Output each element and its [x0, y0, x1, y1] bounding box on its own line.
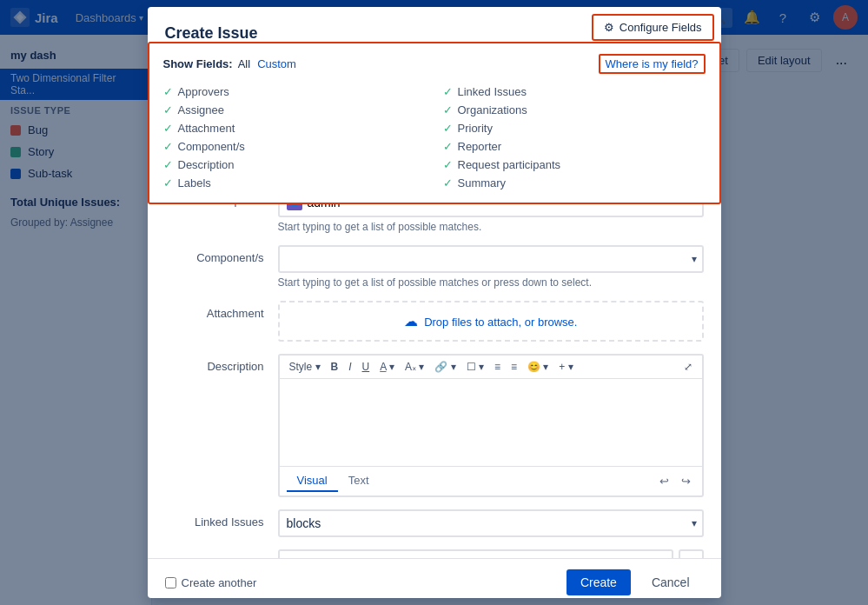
field-components[interactable]: ✓Component/s — [163, 137, 426, 156]
show-custom-option[interactable]: Custom — [257, 57, 296, 70]
undo-button[interactable]: ↩ — [655, 473, 673, 489]
components-select-wrapper: ▾ — [278, 245, 704, 273]
upload-cloud-icon: ☁ — [404, 314, 418, 329]
bullet-list-button[interactable]: ≡ — [490, 359, 505, 375]
insert-button[interactable]: ☐ ▾ — [462, 359, 488, 375]
check-icon: ✓ — [443, 122, 453, 135]
editor-tabs: Visual Text — [287, 470, 380, 492]
linked-issues-field: blocks ▾ — [278, 509, 704, 537]
ordered-list-button[interactable]: ≡ — [507, 359, 521, 375]
cancel-button[interactable]: Cancel — [638, 569, 704, 595]
linked-issues-label: Linked Issues — [165, 509, 278, 529]
create-another-label[interactable]: Create another — [165, 576, 257, 589]
field-organizations[interactable]: ✓Organizations — [443, 101, 706, 119]
field-request-participants[interactable]: ✓Request participants — [443, 156, 706, 174]
configure-fields-button[interactable]: ⚙ Configure Fields — [592, 14, 714, 41]
modal-header-area: Create Issue ⚙ Configure Fields Show Fie… — [148, 7, 721, 54]
create-another-checkbox[interactable] — [165, 577, 176, 588]
show-fields-options: All Custom — [238, 57, 296, 70]
bold-button[interactable]: B — [327, 359, 343, 375]
components-row: Component/s ▾ Start typing to get a list… — [165, 245, 704, 289]
config-dropdown-header: Show Fields: All Custom Where is my fiel… — [163, 54, 706, 74]
redo-button[interactable]: ↪ — [677, 473, 695, 489]
reporter-hint: Start typing to get a list of possible m… — [278, 221, 704, 233]
check-icon: ✓ — [443, 103, 453, 116]
create-issue-modal: Create Issue ⚙ Configure Fields Show Fie… — [148, 7, 721, 598]
description-label: Description — [165, 354, 278, 373]
where-is-my-field-link[interactable]: Where is my field? — [599, 54, 706, 74]
field-approvers[interactable]: ✓Approvers — [163, 83, 426, 101]
attachment-dropzone[interactable]: ☁ Drop files to attach, or browse. — [278, 301, 704, 342]
description-row: Description Style ▾ B I U A ▾ Aₓ ▾ 🔗 ▾ ☐… — [165, 354, 704, 497]
field-priority[interactable]: ✓Priority — [443, 119, 706, 137]
configure-fields-label: Configure Fields — [620, 21, 702, 34]
field-summary[interactable]: ✓Summary — [443, 174, 706, 192]
components-hint: Start typing to get a list of possible m… — [278, 276, 704, 289]
field-assignee[interactable]: ✓Assignee — [163, 101, 426, 119]
issue-input-row: ▾ + — [278, 549, 704, 558]
attachment-field: ☁ Drop files to attach, or browse. — [278, 301, 704, 342]
modal-footer: Create another Create Cancel — [148, 558, 721, 598]
more-button[interactable]: + ▾ — [554, 359, 577, 375]
attachment-label: Attachment — [165, 301, 278, 320]
configure-fields-dropdown: Show Fields: All Custom Where is my fiel… — [148, 42, 721, 204]
gear-icon: ⚙ — [604, 21, 614, 34]
issue-label: Issue — [165, 549, 278, 558]
check-icon: ✓ — [163, 176, 173, 189]
description-editor: Style ▾ B I U A ▾ Aₓ ▾ 🔗 ▾ ☐ ▾ ≡ ≡ 😊 ▾ +… — [278, 354, 704, 497]
field-reporter[interactable]: ✓Reporter — [443, 137, 706, 156]
field-labels[interactable]: ✓Labels — [163, 174, 426, 192]
check-icon: ✓ — [443, 176, 453, 189]
fields-right-column: ✓Linked Issues ✓Organizations ✓Priority … — [443, 83, 706, 192]
modal-overlay[interactable]: Create Issue ⚙ Configure Fields Show Fie… — [0, 0, 868, 605]
check-icon: ✓ — [163, 85, 173, 98]
expand-button[interactable]: ⤢ — [679, 359, 697, 375]
show-fields-label: Show Fields: — [163, 57, 233, 70]
field-description[interactable]: ✓Description — [163, 156, 426, 174]
components-select[interactable] — [278, 245, 704, 273]
check-icon: ✓ — [443, 140, 453, 153]
linked-type-select[interactable]: blocks — [278, 509, 704, 537]
underline-button[interactable]: U — [358, 359, 374, 375]
italic-button[interactable]: I — [344, 359, 355, 375]
show-all-option[interactable]: All — [238, 57, 250, 70]
issue-select[interactable] — [278, 549, 674, 558]
attachment-text: Drop files to attach, or — [424, 316, 534, 329]
create-button[interactable]: Create — [567, 569, 631, 595]
linked-issues-row: Linked Issues blocks ▾ — [165, 509, 704, 537]
check-icon: ✓ — [163, 158, 173, 171]
check-icon: ✓ — [443, 158, 453, 171]
issue-select-wrapper: ▾ — [278, 549, 674, 558]
tab-text[interactable]: Text — [338, 470, 380, 492]
linked-type-wrapper: blocks ▾ — [278, 509, 704, 537]
issue-field: ▾ + — [278, 549, 704, 558]
link-button[interactable]: 🔗 ▾ — [430, 359, 460, 375]
editor-footer: Visual Text ↩ ↪ — [280, 466, 702, 495]
tab-visual[interactable]: Visual — [287, 470, 338, 492]
add-issue-button[interactable]: + — [679, 549, 703, 558]
text-color-button[interactable]: A ▾ — [375, 359, 399, 375]
components-field: ▾ Start typing to get a list of possible… — [278, 245, 704, 289]
editor-toolbar: Style ▾ B I U A ▾ Aₓ ▾ 🔗 ▾ ☐ ▾ ≡ ≡ 😊 ▾ +… — [280, 356, 702, 379]
issue-row: Issue ▾ + — [165, 549, 704, 558]
undo-redo-group: ↩ ↪ — [655, 473, 695, 489]
check-icon: ✓ — [163, 140, 173, 153]
text-format-button[interactable]: Aₓ ▾ — [401, 359, 428, 375]
field-linked-issues[interactable]: ✓Linked Issues — [443, 83, 706, 101]
check-icon: ✓ — [163, 103, 173, 116]
fields-grid: ✓Approvers ✓Assignee ✓Attachment ✓Compon… — [163, 83, 706, 192]
show-fields-row: Show Fields: All Custom — [163, 57, 296, 70]
components-label: Component/s — [165, 245, 278, 264]
emoji-button[interactable]: 😊 ▾ — [523, 359, 553, 375]
attachment-row: Attachment ☁ Drop files to attach, or br… — [165, 301, 704, 342]
check-icon: ✓ — [163, 122, 173, 135]
field-attachment[interactable]: ✓Attachment — [163, 119, 426, 137]
description-field: Style ▾ B I U A ▾ Aₓ ▾ 🔗 ▾ ☐ ▾ ≡ ≡ 😊 ▾ +… — [278, 354, 704, 497]
browse-link[interactable]: browse. — [538, 316, 578, 329]
check-icon: ✓ — [443, 85, 453, 98]
style-button[interactable]: Style ▾ — [285, 359, 325, 375]
fields-left-column: ✓Approvers ✓Assignee ✓Attachment ✓Compon… — [163, 83, 426, 192]
create-another-text: Create another — [182, 576, 257, 589]
description-content-area[interactable] — [280, 379, 702, 466]
